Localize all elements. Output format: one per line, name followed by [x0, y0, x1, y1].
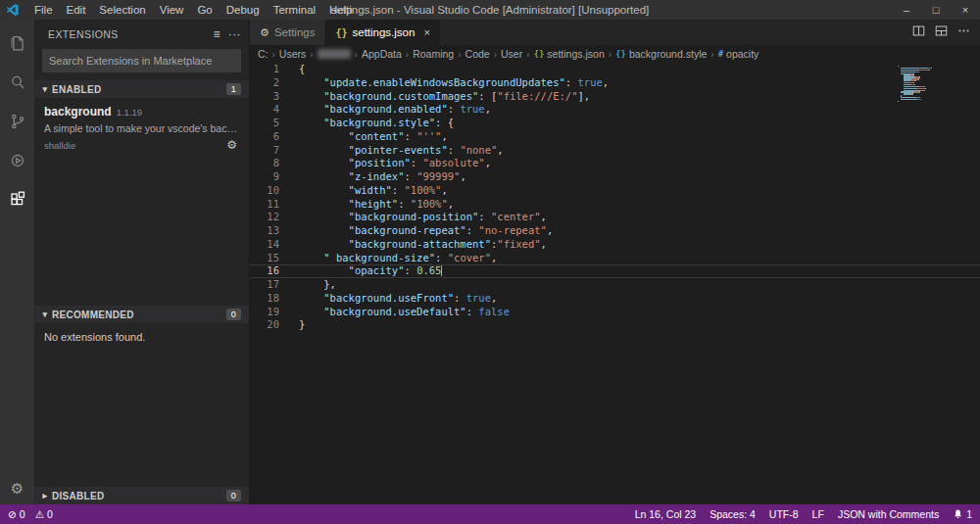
window-controls: – □ × — [892, 0, 980, 20]
menu-terminal[interactable]: Terminal — [267, 0, 322, 20]
menu-help[interactable]: Help — [322, 0, 360, 20]
menu-go[interactable]: Go — [190, 0, 219, 20]
bell-icon — [953, 508, 963, 520]
search-icon[interactable] — [0, 63, 34, 102]
indentation-setting[interactable]: Spaces: 4 — [710, 508, 756, 520]
more-actions-icon[interactable] — [957, 24, 970, 41]
code-line[interactable]: 14 "background-attachment":"fixed", — [250, 238, 980, 252]
breadcrumb-separator: › — [609, 49, 612, 60]
menu-debug[interactable]: Debug — [220, 0, 267, 20]
breadcrumb-item[interactable]: Roaming — [413, 48, 454, 60]
enabled-extensions-list: background 1.1.19 A simple tool to make … — [34, 98, 249, 306]
code-line[interactable]: 7 "pointer-events": "none", — [250, 144, 980, 158]
code-line[interactable]: 4 "background.enabled": true, — [250, 103, 980, 117]
breadcrumb-item[interactable]: AppData — [362, 48, 402, 60]
code-line[interactable]: 20} — [250, 318, 980, 332]
breadcrumb-item[interactable]: {}settings.json — [534, 48, 605, 60]
code-line[interactable]: 13 "background-repeat": "no-repeat", — [250, 224, 980, 238]
activity-bar: ⚙ — [0, 20, 34, 504]
code-line[interactable]: 18 "background.useFront": true, — [250, 292, 980, 306]
menu-file[interactable]: File — [27, 0, 60, 20]
recommended-count-badge: 0 — [226, 309, 241, 320]
language-mode[interactable]: JSON with Comments — [838, 508, 939, 520]
code-line[interactable]: 19 "background.useDefault": false — [250, 306, 980, 319]
line-number: 12 — [250, 211, 299, 224]
code-line[interactable]: 9 "z-index": "99999", — [250, 170, 980, 184]
settings-gear-icon: ⚙ — [260, 26, 270, 39]
notification-count: 1 — [966, 508, 972, 520]
code-line[interactable]: 17 }, — [250, 278, 980, 292]
warning-count: 0 — [47, 508, 53, 520]
recommended-section-header[interactable]: ▾ RECOMMENDED 0 — [34, 306, 249, 323]
debug-icon[interactable] — [0, 141, 34, 180]
extension-list-item[interactable]: background 1.1.19 A simple tool to make … — [34, 98, 249, 158]
no-extensions-message: No extensions found. — [44, 331, 145, 343]
disabled-section-header[interactable]: ▸ DISABLED 0 — [34, 487, 249, 504]
sidebar-header: EXTENSIONS ≡ ··· — [34, 20, 249, 49]
code-line[interactable]: 8 "position": "absolute", — [250, 157, 980, 170]
line-number: 1 — [250, 63, 299, 76]
line-number: 13 — [250, 224, 299, 238]
editor-layout-icon[interactable] — [935, 24, 948, 41]
code-line[interactable]: 16 "opacity": 0.65 — [250, 264, 980, 278]
problems-errors[interactable]: ⊘ 0 — [8, 508, 25, 520]
redacted-username — [318, 49, 351, 59]
close-button[interactable]: × — [951, 0, 980, 20]
menu-edit[interactable]: Edit — [60, 0, 93, 20]
extensions-search-input[interactable] — [42, 49, 241, 72]
tab-settings-json[interactable]: {} settings.json × — [325, 20, 440, 45]
minimap[interactable] — [892, 64, 980, 103]
breadcrumb-item[interactable]: {}background.style — [615, 48, 707, 60]
clear-extensions-input-icon[interactable]: ≡ — [213, 28, 220, 40]
problems-warnings[interactable]: ⚠ 0 — [35, 508, 53, 520]
manage-gear-icon[interactable]: ⚙ — [0, 475, 34, 502]
minimize-button[interactable]: – — [892, 0, 921, 20]
maximize-button[interactable]: □ — [921, 0, 951, 20]
code-line[interactable]: 1{ — [250, 63, 980, 76]
extension-author: shalldie — [44, 140, 75, 151]
code-line[interactable]: 15 " background-size": "cover", — [250, 252, 980, 265]
breadcrumb-item[interactable]: Users — [279, 48, 306, 60]
menu-view[interactable]: View — [153, 0, 191, 20]
code-line[interactable]: 12 "background-position": "center", — [250, 211, 980, 224]
tab-settings[interactable]: ⚙ Settings — [250, 20, 325, 45]
more-actions-icon[interactable]: ··· — [228, 28, 241, 40]
breadcrumb-item[interactable]: C: — [258, 48, 269, 60]
breadcrumb-separator: › — [494, 49, 497, 60]
encoding-setting[interactable]: UTF-8 — [769, 508, 799, 520]
code-line[interactable]: 2 "update.enableWindowsBackgroundUpdates… — [250, 76, 980, 90]
code-line[interactable]: 5 "background.style": { — [250, 117, 980, 130]
line-number: 20 — [250, 318, 299, 332]
chevron-down-icon: ▾ — [38, 310, 52, 319]
code-line[interactable]: 10 "width": "100%", — [250, 184, 980, 198]
code-line[interactable]: 6 "content": "''", — [250, 130, 980, 144]
extension-manage-gear-icon[interactable]: ⚙ — [226, 138, 237, 152]
breadcrumb-item[interactable]: Code — [466, 48, 490, 60]
menu-selection[interactable]: Selection — [92, 0, 152, 20]
vscode-window: File Edit Selection View Go Debug Termin… — [0, 0, 980, 524]
code-editor[interactable]: 1{2 "update.enableWindowsBackgroundUpdat… — [250, 63, 980, 504]
disabled-section-label: DISABLED — [52, 491, 105, 501]
enabled-count-badge: 1 — [226, 83, 241, 95]
sidebar-title: EXTENSIONS — [48, 28, 119, 40]
breadcrumb-item[interactable] — [318, 49, 351, 59]
menu-bar: File Edit Selection View Go Debug Termin… — [27, 0, 360, 20]
enabled-section-header[interactable]: ▾ ENABLED 1 — [34, 80, 249, 98]
breadcrumb-item[interactable]: #opacity — [718, 48, 760, 60]
explorer-icon[interactable] — [0, 24, 34, 63]
line-number: 16 — [250, 264, 299, 278]
notifications-bell[interactable]: 1 — [953, 508, 972, 520]
line-number: 4 — [250, 103, 299, 117]
breadcrumb-item[interactable]: User — [501, 48, 522, 60]
split-editor-icon[interactable] — [912, 24, 925, 41]
extensions-icon[interactable] — [0, 180, 34, 219]
tab-close-icon[interactable]: × — [423, 26, 429, 38]
line-number: 18 — [250, 292, 299, 306]
source-control-icon[interactable] — [0, 102, 34, 141]
code-line[interactable]: 11 "height": "100%", — [250, 198, 980, 212]
line-number: 9 — [250, 170, 299, 184]
breadcrumb-separator: › — [355, 49, 358, 60]
cursor-position[interactable]: Ln 16, Col 23 — [635, 508, 696, 520]
code-line[interactable]: 3 "background.customImages": ["file:///E… — [250, 90, 980, 104]
eol-setting[interactable]: LF — [812, 508, 824, 520]
